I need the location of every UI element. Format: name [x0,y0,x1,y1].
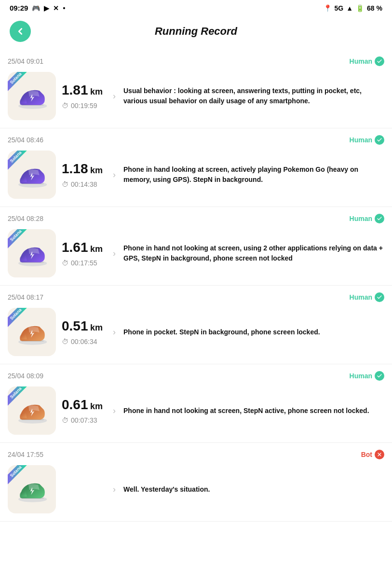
badge-label: Human [350,293,372,301]
time-row: ⏱ 00:07:33 [62,416,105,424]
record-mid: 1.81 km ⏱ 00:19:59 [62,72,105,120]
arrow-icon: › [111,72,118,120]
youtube-icon: ▶ [44,4,49,12]
record-description: Well. Yesterday's situation. [123,465,384,513]
time-row: ⏱ 00:19:59 [62,102,105,110]
shoe-thumbnail: Solana [8,72,56,120]
distance-value: 1.61 [62,240,88,255]
human-badge: Human [350,292,384,302]
game-icon: 🎮 [32,4,40,12]
time-value: 00:06:34 [71,338,97,345]
record-mid: 1.18 km ⏱ 00:14:38 [62,151,105,199]
shoe-thumbnail: Solana [8,308,56,356]
arrow-icon: › [111,229,118,277]
dot-icon: • [63,4,65,12]
check-icon [375,292,384,302]
record-header: 25/04 08:17 Human [0,286,392,306]
clock-icon: ⏱ [62,102,68,110]
record-description: Usual behavior : looking at screen, answ… [123,72,384,120]
badge-label: Human [350,215,372,222]
clock-icon: ⏱ [62,338,68,345]
check-icon [375,371,384,381]
human-badge: Human [350,214,384,223]
bot-badge: Bot [361,450,384,459]
record-content[interactable]: Solana 0.51 km ⏱ [0,306,392,364]
clock-icon: ⏱ [62,259,68,267]
time-value: 00:07:33 [71,416,97,424]
clock-icon: ⏱ [62,416,68,424]
record-header: 25/04 08:46 Human [0,128,392,149]
arrow-icon: › [111,465,118,513]
record-date: 25/04 09:01 [8,57,43,65]
record-content[interactable]: Solana 1.61 km ⏱ [0,227,392,285]
record-list: 25/04 09:01 Human Solana [0,50,392,531]
distance-unit: km [90,244,103,254]
status-right: 📍 5G ▲ 🔋 68 % [324,4,382,12]
record-date: 25/04 08:17 [8,293,43,301]
check-icon [375,135,384,145]
distance-row: 0.51 km [62,318,105,334]
record-header: 25/04 09:01 Human [0,50,392,70]
header: Running Record [0,16,392,50]
distance-row: 0.61 km [62,397,105,413]
arrow-icon: › [111,386,118,435]
record-group: 25/04 08:09 Human Solana [0,364,392,443]
distance-unit: km [90,401,103,411]
check-icon [375,56,384,66]
record-description: Phone in hand not looking at screen, usi… [123,229,384,277]
shoe-thumbnail: Solana [8,151,56,199]
distance-value: 0.51 [62,318,88,333]
badge-label: Human [350,372,372,380]
record-description: Phone in hand looking at screen, activel… [123,151,384,199]
back-button[interactable] [10,21,31,42]
badge-label: Bot [361,451,372,458]
record-mid: 0.61 km ⏱ 00:07:33 [62,386,105,435]
status-time: 09:29 [10,4,28,12]
record-mid: 1.61 km ⏱ 00:17:55 [62,229,105,277]
location-icon: 📍 [324,4,332,12]
shoe-thumbnail: Solana [8,386,56,435]
record-group: 25/04 08:28 Human Solana [0,207,392,286]
arrow-icon: › [111,151,118,199]
record-date: 25/04 08:46 [8,136,43,144]
signal-icon: ▲ [346,4,353,12]
record-header: 25/04 08:28 Human [0,207,392,227]
record-date: 25/04 08:09 [8,372,43,380]
distance-value: 1.81 [62,83,88,97]
record-group: 25/04 09:01 Human Solana [0,50,392,128]
badge-label: Human [350,136,372,144]
page-title: Running Record [31,25,361,38]
record-content[interactable]: Solana 1.18 km ⏱ [0,149,392,207]
distance-unit: km [90,323,103,332]
record-header: 25/04 08:09 Human [0,364,392,385]
x-icon [375,450,384,459]
clock-icon: ⏱ [62,180,68,188]
battery-label: 68 % [367,4,382,12]
twitter-icon: ✕ [53,4,59,12]
network-label: 5G [335,4,344,12]
time-row: ⏱ 00:06:34 [62,338,105,345]
record-date: 25/04 08:28 [8,215,43,222]
distance-unit: km [90,87,103,96]
check-icon [375,214,384,223]
record-header: 24/04 17:55 Bot [0,443,392,463]
shoe-thumbnail: Solana [8,465,56,513]
record-description: Phone in pocket. StepN in background, ph… [123,308,384,356]
record-group: 25/04 08:17 Human Solana [0,286,392,364]
badge-label: Human [350,57,372,65]
time-value: 00:14:38 [71,180,97,188]
record-group: 25/04 08:46 Human Solana [0,128,392,207]
distance-row: 1.18 km [62,161,105,177]
record-content[interactable]: Solana 0.61 km ⏱ [0,385,392,442]
human-badge: Human [350,56,384,66]
distance-unit: km [90,165,103,175]
distance-row: 1.81 km [62,83,105,98]
time-value: 00:19:59 [71,102,97,110]
record-content[interactable]: Solana › Well. Yesterday's situation. [0,463,392,521]
record-content[interactable]: Solana 1.81 km ⏱ [0,70,392,128]
distance-row: 1.61 km [62,240,105,255]
shoe-thumbnail: Solana [8,229,56,277]
time-row: ⏱ 00:14:38 [62,180,105,188]
time-value: 00:17:55 [71,259,97,267]
arrow-icon: › [111,308,118,356]
